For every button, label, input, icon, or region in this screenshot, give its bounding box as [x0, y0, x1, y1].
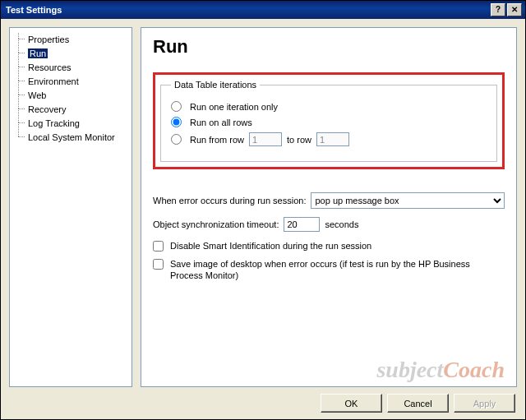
main-area: Properties Run Resources Environment Web…: [9, 27, 517, 387]
data-table-highlight: Data Table iterations Run one iteration …: [153, 72, 505, 169]
sync-label: Object synchronization timeout:: [153, 219, 279, 229]
smart-id-row: Disable Smart Identification during the …: [153, 240, 505, 252]
radio-all-rows[interactable]: [171, 117, 182, 127]
cancel-button[interactable]: Cancel: [387, 394, 449, 413]
sync-timeout-input[interactable]: [284, 217, 320, 232]
button-bar: OK Cancel Apply: [9, 387, 517, 414]
error-action-select[interactable]: pop up message box: [311, 192, 505, 209]
tree-item-local-system-monitor[interactable]: Local System Monitor: [13, 131, 128, 145]
error-label: When error occurs during run session:: [153, 196, 306, 205]
radio-row-one: Run one iteration only: [171, 101, 487, 112]
data-table-iterations-group: Data Table iterations Run one iteration …: [160, 80, 497, 162]
tree-item-environment[interactable]: Environment: [13, 75, 128, 89]
from-row-input[interactable]: [249, 132, 282, 146]
data-table-legend: Data Table iterations: [171, 80, 260, 90]
dialog-body: Properties Run Resources Environment Web…: [1, 19, 525, 419]
page-title: Run: [153, 36, 505, 58]
tree-item-run[interactable]: Run: [13, 47, 128, 61]
save-image-label: Save image of desktop when error occurs …: [170, 258, 505, 281]
help-icon[interactable]: ?: [491, 3, 505, 16]
radio-from-row[interactable]: [171, 134, 182, 145]
sync-unit: seconds: [325, 219, 358, 229]
tree-item-properties[interactable]: Properties: [13, 33, 128, 47]
tree-item-resources[interactable]: Resources: [13, 61, 128, 75]
radio-one-label: Run one iteration only: [190, 102, 278, 112]
tree-item-log-tracking[interactable]: Log Tracking: [13, 117, 128, 131]
tree-item-web[interactable]: Web: [13, 89, 128, 103]
content-panel: Run Data Table iterations Run one iterat…: [141, 27, 517, 387]
category-tree: Properties Run Resources Environment Web…: [9, 27, 132, 387]
radio-one-iteration[interactable]: [171, 101, 182, 112]
save-image-row: Save image of desktop when error occurs …: [153, 258, 505, 281]
radio-all-label: Run on all rows: [190, 118, 252, 127]
window-title: Test Settings: [6, 5, 489, 15]
error-row: When error occurs during run session: po…: [153, 192, 505, 209]
radio-row-all: Run on all rows: [171, 117, 487, 127]
save-image-checkbox[interactable]: [153, 259, 164, 270]
disable-smart-id-checkbox[interactable]: [153, 241, 164, 252]
watermark: subjectCoach: [376, 357, 505, 383]
close-icon[interactable]: ✕: [507, 3, 522, 16]
ok-button[interactable]: OK: [321, 394, 382, 413]
to-row-input[interactable]: [316, 132, 349, 146]
sync-row: Object synchronization timeout: seconds: [153, 217, 505, 232]
radio-from-label: Run from row: [190, 135, 244, 145]
apply-button[interactable]: Apply: [454, 394, 515, 413]
title-bar: Test Settings ? ✕: [1, 1, 525, 19]
to-row-label: to row: [287, 135, 311, 145]
tree-item-recovery[interactable]: Recovery: [13, 103, 128, 117]
radio-row-range: Run from row to row: [171, 132, 487, 146]
disable-smart-id-label: Disable Smart Identification during the …: [170, 240, 371, 252]
